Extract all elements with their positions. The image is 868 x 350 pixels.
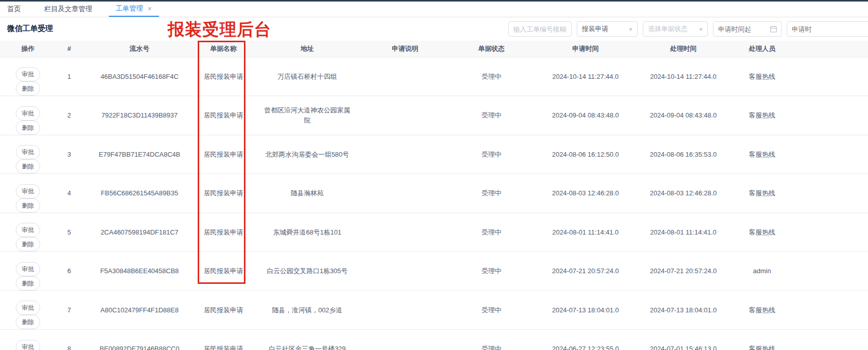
tab-articles-management[interactable]: 栏目及文章管理	[37, 2, 100, 17]
description-cell	[364, 96, 446, 135]
description-cell	[364, 174, 446, 213]
apply-date-start-picker[interactable]	[713, 21, 782, 37]
document-type-select[interactable]: 报装申请 ∨	[577, 21, 638, 37]
spacer-cell	[791, 174, 868, 213]
spacer-cell	[791, 96, 868, 135]
address-cell: 随县，淮河镇，002乡道	[250, 290, 364, 330]
approve-button[interactable]: 审批	[16, 184, 40, 198]
delete-button[interactable]: 删除	[16, 81, 40, 96]
doc-name-cell: 居民报装申请	[197, 213, 250, 252]
process-time-cell: 2024-07-13 18:04:01.0	[634, 290, 733, 330]
app-window: 首页 栏目及文章管理 工单管理 × 微信工单受理 报装申请 ∨ 选择单据状态 ∨	[0, 0, 868, 350]
table-header-row: 操作 # 流水号 单据名称 地址 申请说明 单据状态 申请时间 处理时间 处理人…	[0, 41, 868, 57]
doc-name-cell: 居民报装申请	[197, 135, 250, 174]
apply-time-cell: 2024-06-27 12:23:55.0	[537, 330, 634, 350]
doc-name-cell: 居民报装申请	[197, 252, 250, 291]
handler-cell: 客服热线	[733, 174, 791, 213]
apply-time-cell: 2024-10-14 11:27:44.0	[537, 57, 634, 96]
apply-date-end-input[interactable]	[792, 22, 868, 36]
work-order-table-body: 审批 删除 1 46BA3D51504F46168F4C 居民报装申请 万店镇石…	[0, 57, 868, 350]
apply-time-cell: 2024-07-21 20:57:24.0	[537, 252, 634, 291]
column-header-actions: 操作	[0, 41, 56, 57]
delete-button[interactable]: 删除	[16, 159, 40, 173]
delete-button[interactable]: 删除	[16, 237, 40, 251]
index-cell: 8	[56, 330, 82, 350]
document-status-placeholder: 选择单据状态	[648, 24, 688, 34]
table-row: 审批 删除 5 2CA4607598194DF181C7 居民报装申请 东城舜井…	[0, 213, 868, 252]
approve-button[interactable]: 审批	[16, 301, 40, 315]
address-cell: 东城舜井道68号1栋101	[250, 213, 364, 252]
delete-button[interactable]: 删除	[16, 198, 40, 213]
spacer-cell	[791, 290, 868, 330]
process-time-cell: 2024-07-21 20:57:24.0	[634, 252, 733, 291]
apply-time-cell: 2024-07-13 18:04:01.0	[537, 290, 634, 330]
spacer-cell	[791, 252, 868, 291]
table-row: 审批 删除 6 F5A30848B6EE40458CB8 居民报装申请 白云公园…	[0, 252, 868, 291]
approve-button[interactable]: 审批	[16, 223, 40, 237]
handler-cell: 客服热线	[733, 135, 791, 174]
delete-button[interactable]: 删除	[16, 315, 40, 329]
actions-cell: 审批 删除	[0, 135, 56, 174]
tab-label: 首页	[7, 5, 21, 14]
description-cell	[364, 135, 446, 174]
apply-time-cell: 2024-08-03 12:46:28.0	[537, 174, 634, 213]
status-cell: 受理中	[446, 330, 537, 350]
approve-button[interactable]: 审批	[16, 67, 40, 81]
toolbar: 微信工单受理 报装申请 ∨ 选择单据状态 ∨	[0, 17, 868, 41]
status-cell: 受理中	[446, 57, 537, 96]
apply-time-cell: 2024-08-01 11:14:41.0	[537, 213, 634, 252]
description-cell	[364, 252, 446, 291]
handler-cell: 客服热线	[733, 57, 791, 96]
process-time-cell: 2024-09-04 08:43:48.0	[634, 96, 733, 135]
table-row: 审批 删除 2 7922F18C3D11439B8937 居民报装申请 曾都区沿…	[0, 96, 868, 135]
apply-date-start-input[interactable]	[718, 22, 777, 36]
doc-name-cell: 居民报装申请	[197, 330, 250, 350]
apply-date-end-picker[interactable]	[787, 21, 868, 37]
order-number-search-input[interactable]	[508, 21, 572, 37]
status-cell: 受理中	[446, 135, 537, 174]
close-icon[interactable]: ×	[148, 5, 152, 12]
doc-name-cell: 居民报装申请	[197, 290, 250, 330]
spacer-cell	[791, 57, 868, 96]
table-row: 审批 删除 8 BE00892DE79146B88CC0 居民报装申请 白云社区…	[0, 330, 868, 350]
serial-cell: FB56C686261545A89B35	[82, 174, 197, 213]
document-status-select[interactable]: 选择单据状态 ∨	[643, 21, 708, 37]
handler-cell: 客服热线	[733, 290, 791, 330]
actions-cell: 审批 删除	[0, 330, 56, 350]
delete-button[interactable]: 删除	[16, 121, 40, 135]
handler-cell: 客服热线	[733, 330, 791, 350]
index-cell: 3	[56, 135, 82, 174]
approve-button[interactable]: 审批	[16, 145, 40, 159]
index-cell: 7	[56, 290, 82, 330]
table-row: 审批 删除 4 FB56C686261545A89B35 居民报装申请 随县瀚林…	[0, 174, 868, 213]
actions-cell: 审批 删除	[0, 96, 56, 135]
tab-work-order-management[interactable]: 工单管理 ×	[109, 2, 159, 17]
column-header-description: 申请说明	[364, 41, 446, 57]
chevron-down-icon: ∨	[699, 27, 703, 32]
serial-cell: E79F47BB71E74DCA8C4B	[82, 135, 197, 174]
index-cell: 4	[56, 174, 82, 213]
approve-button[interactable]: 审批	[16, 340, 40, 350]
process-time-cell: 2024-07-01 15:46:13.0	[634, 330, 733, 350]
description-cell	[364, 290, 446, 330]
actions-cell: 审批 删除	[0, 213, 56, 252]
address-cell: 北郊两水沟居委会一组580号	[250, 135, 364, 174]
handler-cell: 客服热线	[733, 213, 791, 252]
index-cell: 2	[56, 96, 82, 135]
delete-button[interactable]: 删除	[16, 276, 40, 290]
serial-cell: 2CA4607598194DF181C7	[82, 213, 197, 252]
column-header-spacer	[791, 41, 868, 57]
tab-home[interactable]: 首页	[7, 2, 28, 17]
actions-cell: 审批 删除	[0, 174, 56, 213]
serial-cell: F5A30848B6EE40458CB8	[82, 252, 197, 291]
process-time-cell: 2024-08-06 16:35:53.0	[634, 135, 733, 174]
description-cell	[364, 330, 446, 350]
approve-button[interactable]: 审批	[16, 262, 40, 276]
column-header-serial: 流水号	[82, 41, 197, 57]
index-cell: 5	[56, 213, 82, 252]
approve-button[interactable]: 审批	[16, 106, 40, 121]
table-row: 审批 删除 3 E79F47BB71E74DCA8C4B 居民报装申请 北郊两水…	[0, 135, 868, 174]
address-cell: 随县瀚林苑	[250, 174, 364, 213]
column-header-process-time: 处理时间	[634, 41, 733, 57]
document-type-value: 报装申请	[582, 24, 608, 34]
